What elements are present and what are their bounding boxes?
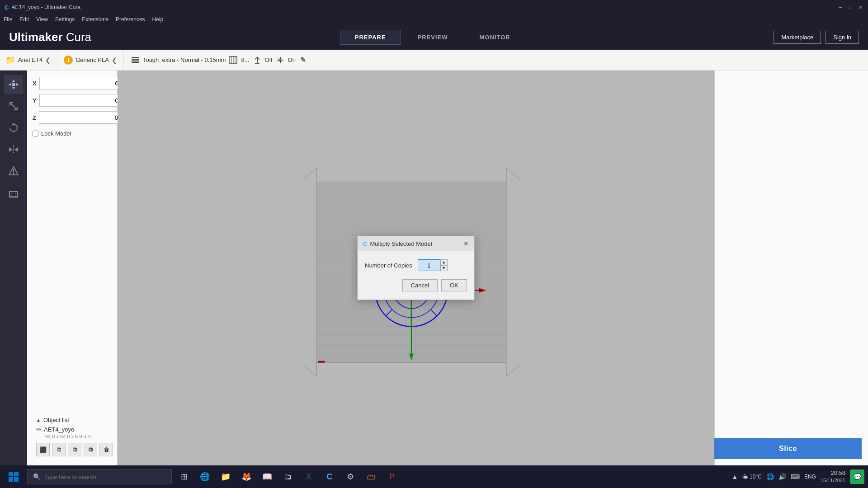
obj-delete-btn[interactable]: 🗑 (99, 443, 113, 456)
minimize-button[interactable]: ─ (837, 4, 844, 10)
keyboard-icon[interactable]: ⌨ (791, 473, 800, 480)
cancel-button[interactable]: Cancel (402, 279, 438, 291)
app-icon: C (5, 4, 9, 11)
y-label: Y (33, 97, 37, 104)
printer-arrow[interactable]: ❮ (45, 56, 51, 64)
taskbar-left: 🔍 ⊞ 🌐 📁 🦊 📖 🗂 X C ⚙ 🗃 P (4, 467, 401, 487)
close-button[interactable]: ✕ (857, 4, 863, 10)
edge-browser-icon[interactable]: 🌐 (196, 468, 213, 485)
powerpoint-icon[interactable]: P (383, 468, 401, 485)
copies-label: Number of Copies (365, 262, 412, 269)
menu-help[interactable]: Help (152, 16, 164, 23)
material-arrow[interactable]: ❮ (112, 56, 117, 64)
tab-monitor[interactable]: MONITOR (465, 30, 525, 45)
lock-model-checkbox[interactable] (33, 131, 38, 136)
obj-copy2-btn[interactable]: ⧉ (68, 443, 81, 456)
copies-spin-up[interactable]: ▲ (440, 259, 448, 265)
menu-extensions[interactable]: Extensions (82, 16, 108, 23)
tab-prepare[interactable]: PREPARE (340, 30, 401, 45)
clock: 20:58 15/11/2021 (821, 469, 845, 484)
move-tool-btn[interactable] (4, 75, 23, 94)
notification-center[interactable]: 💬 (850, 469, 864, 484)
support-value[interactable]: Off (265, 56, 273, 63)
svg-rect-105 (9, 477, 13, 482)
maximize-button[interactable]: □ (847, 4, 854, 10)
browser2-icon[interactable]: 🦊 (238, 468, 255, 485)
dialog-close-button[interactable]: ✕ (463, 240, 469, 247)
material-section: 1 Generic PLA ❮ (57, 50, 124, 70)
viewport[interactable]: C Multiply Selected Model ✕ Number of Co… (118, 70, 714, 465)
window-title: AET4_yoyo - Ultimaker Cura (11, 4, 80, 10)
profile-section: Tough_extra - Normal - 0.15mm 8... Off O… (124, 50, 315, 70)
folder2-icon[interactable]: 🗂 (279, 468, 297, 485)
open-folder-icon[interactable]: 📁 (5, 55, 15, 65)
dialog-title-text: Multiply Selected Model (370, 240, 432, 247)
start-button[interactable] (4, 467, 24, 487)
app-logo: Ultimaker Cura (9, 30, 91, 44)
search-input[interactable] (44, 474, 162, 480)
files-icon[interactable]: 🗃 (363, 468, 380, 485)
ok-button[interactable]: OK (441, 279, 467, 291)
rotate-tool-btn[interactable] (4, 118, 23, 137)
support-tool-btn[interactable] (4, 183, 23, 202)
lock-model-label[interactable]: Lock Model (41, 130, 71, 137)
file-explorer-icon[interactable]: 📁 (217, 468, 234, 485)
temperature: 10°C (750, 474, 762, 480)
copies-spin-down[interactable]: ▼ (440, 265, 448, 271)
object-list-header[interactable]: ▲ Object list (36, 417, 113, 423)
cura-icon-taskbar[interactable]: C (321, 468, 338, 485)
signin-button[interactable]: Sign in (826, 31, 859, 44)
settings-icon[interactable]: ⚙ (342, 468, 359, 485)
dialog-titlebar: C Multiply Selected Model ✕ (358, 236, 474, 251)
menu-edit[interactable]: Edit (19, 16, 29, 23)
search-icon: 🔍 (33, 473, 41, 480)
menu-file[interactable]: File (4, 16, 12, 23)
marketplace-button[interactable]: Marketplace (774, 31, 821, 44)
network-icon[interactable]: 🌐 (766, 473, 774, 480)
app-title-bar: C AET4_yoyo - Ultimaker Cura (5, 4, 80, 11)
svg-marker-23 (12, 123, 15, 125)
material-name[interactable]: Generic PLA (75, 56, 109, 63)
svg-rect-1 (132, 59, 139, 61)
scale-tool-btn[interactable] (4, 97, 23, 116)
y-input[interactable] (39, 94, 122, 107)
menu-settings[interactable]: Settings (55, 16, 75, 23)
obj-copy1-btn[interactable]: ⧉ (52, 443, 66, 456)
time-display: 20:58 (821, 469, 845, 477)
expand-icon[interactable]: ▲ (731, 473, 738, 480)
header-right: Marketplace Sign in (774, 31, 859, 44)
excel-icon[interactable]: X (300, 468, 317, 485)
pencil-icon[interactable]: ✎ (298, 55, 308, 65)
copies-input[interactable] (418, 259, 440, 271)
x-label: X (33, 80, 37, 87)
tool-panel: X mm Y mm Z mm Lock Model (27, 70, 118, 465)
adhesion-value[interactable]: On (288, 56, 296, 63)
speaker-icon[interactable]: 🔊 (778, 473, 786, 480)
menu-preferences[interactable]: Preferences (116, 16, 145, 23)
svg-marker-25 (9, 147, 13, 152)
obj-copy3-btn[interactable]: ⧉ (84, 443, 97, 456)
object-actions: ⬛ ⧉ ⧉ ⧉ 🗑 (36, 443, 113, 456)
search-box[interactable]: 🔍 (27, 469, 172, 484)
tab-preview[interactable]: PREVIEW (403, 30, 463, 45)
y-coord-row: Y mm (33, 94, 112, 107)
window-controls: ─ □ ✕ (837, 4, 863, 10)
svg-rect-104 (14, 472, 19, 476)
x-input[interactable] (39, 77, 122, 89)
menu-view[interactable]: View (36, 16, 48, 23)
z-input[interactable] (39, 111, 121, 124)
obj-3d-btn[interactable]: ⬛ (36, 443, 50, 456)
infill-value[interactable]: 8... (241, 56, 249, 63)
book-icon[interactable]: 📖 (259, 468, 276, 485)
printer-name[interactable]: Anet ET4 (18, 56, 42, 63)
mirror-tool-btn[interactable] (4, 140, 23, 159)
material-warning-badge: 1 (64, 56, 73, 65)
per-model-tool-btn[interactable] (4, 162, 23, 181)
svg-line-22 (10, 103, 17, 110)
menu-bar: File Edit View Settings Extensions Prefe… (0, 14, 868, 24)
profile-name[interactable]: Tough_extra - Normal - 0.15mm (143, 56, 226, 63)
slice-button[interactable]: Slice (714, 438, 862, 459)
copies-row: Number of Copies ▲ ▼ (365, 259, 467, 271)
date-display: 15/11/2021 (821, 477, 845, 484)
taskview-icon[interactable]: ⊞ (175, 468, 193, 485)
